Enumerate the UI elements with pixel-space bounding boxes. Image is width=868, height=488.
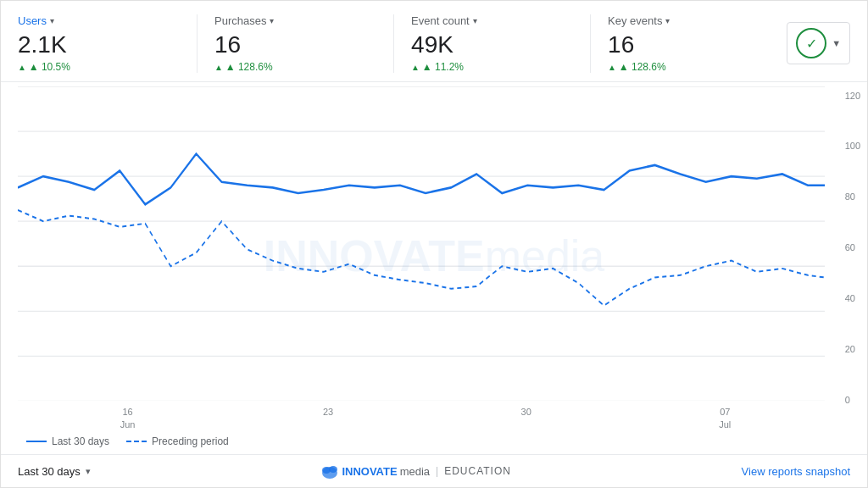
metric-event-count-label-btn[interactable]: Event count ▾ — [411, 14, 573, 27]
date-range-chevron-icon: ▾ — [86, 466, 91, 477]
check-symbol: ✓ — [806, 36, 817, 52]
metric-purchases-value: 16 — [214, 30, 376, 59]
date-range-label: Last 30 days — [18, 465, 81, 478]
y-label-120: 120 — [845, 91, 860, 101]
x-label-jun16: 16 Jun — [120, 406, 136, 430]
y-label-0: 0 — [845, 395, 860, 405]
last-30-days-line — [18, 153, 825, 204]
view-reports-link[interactable]: View reports snapshot — [742, 465, 850, 478]
metric-purchases-label-btn[interactable]: Purchases ▾ — [214, 14, 376, 27]
preceding-period-line — [18, 210, 825, 306]
metric-key-events-label-btn[interactable]: Key events ▾ — [608, 14, 770, 27]
chart-legend: Last 30 days Preceding period — [1, 430, 867, 454]
y-label-80: 80 — [845, 191, 860, 202]
metric-purchases-change: ▲ 128.6% — [214, 61, 376, 73]
view-reports-label: View reports snapshot — [742, 465, 850, 478]
metric-key-events: Key events ▾ 16 ▲ 128.6% — [608, 14, 787, 73]
date-range-button[interactable]: Last 30 days ▾ — [18, 465, 91, 478]
x-month-jun16: Jun — [120, 419, 136, 430]
metric-users: Users ▾ 2.1K ▲ 10.5% — [18, 14, 198, 73]
brand-education-label: EDUCATION — [444, 465, 511, 477]
x-label-jun23: 23 — [323, 406, 333, 430]
legend-solid: Last 30 days — [26, 435, 109, 447]
metric-users-change: ▲ 10.5% — [18, 61, 180, 73]
brand-separator: | — [436, 465, 438, 477]
x-month-jul07: Jul — [719, 419, 731, 430]
chart-container: INNOVATEmedia 120 100 80 60 40 20 0 — [1, 82, 867, 430]
brand-icon — [320, 462, 339, 480]
svg-point-10 — [329, 466, 337, 473]
brand-name-light: media — [400, 465, 430, 478]
y-label-100: 100 — [845, 141, 860, 151]
metric-purchases: Purchases ▾ 16 ▲ 128.6% — [214, 14, 394, 73]
footer-row: Last 30 days ▾ INNOVATE media | EDUCATIO… — [1, 454, 867, 487]
footer-left: Last 30 days ▾ — [18, 465, 91, 478]
compare-section: ✓ ▼ — [787, 22, 850, 64]
x-date-jul07: 07 — [720, 406, 730, 418]
metrics-row: Users ▾ 2.1K ▲ 10.5% Purchases ▾ 16 ▲ 12… — [1, 1, 867, 82]
footer-brand: INNOVATE media | EDUCATION — [320, 462, 511, 480]
legend-solid-line — [26, 441, 47, 442]
x-date-jun23: 23 — [323, 406, 333, 418]
legend-solid-label: Last 30 days — [52, 435, 109, 447]
x-date-jun16: 16 — [122, 406, 132, 418]
compare-chevron-icon: ▼ — [832, 38, 841, 48]
metric-key-events-value: 16 — [608, 30, 770, 59]
metric-event-count-label-text: Event count — [411, 14, 470, 27]
metric-event-count-change: ▲ 11.2% — [411, 61, 573, 73]
compare-button[interactable]: ✓ ▼ — [787, 22, 850, 64]
x-date-jun30: 30 — [521, 406, 531, 418]
line-chart — [18, 86, 825, 401]
y-label-60: 60 — [845, 242, 860, 252]
metric-event-count-value: 49K — [411, 30, 573, 59]
legend-dashed-line — [126, 441, 147, 442]
metric-users-chevron-icon: ▾ — [50, 16, 54, 25]
metric-users-label-text: Users — [18, 14, 47, 27]
metric-event-count-chevron-icon: ▾ — [473, 16, 477, 25]
y-label-20: 20 — [845, 344, 860, 354]
y-axis-labels: 120 100 80 60 40 20 0 — [845, 91, 860, 405]
metric-key-events-chevron-icon: ▾ — [665, 16, 670, 25]
metric-users-value: 2.1K — [18, 30, 180, 59]
x-axis: 16 Jun 23 30 07 Jul — [26, 406, 825, 430]
metric-key-events-label-text: Key events — [608, 14, 662, 27]
brand-logo: INNOVATE media | EDUCATION — [320, 462, 511, 480]
x-label-jun30: 30 — [521, 406, 531, 430]
legend-dashed: Preceding period — [126, 435, 229, 447]
metric-users-label-btn[interactable]: Users ▾ — [18, 14, 180, 27]
brand-name-bold: INNOVATE — [342, 465, 397, 478]
metric-purchases-label-text: Purchases — [214, 14, 266, 27]
metric-key-events-change: ▲ 128.6% — [608, 61, 770, 73]
legend-dashed-label: Preceding period — [152, 435, 229, 447]
main-container: Users ▾ 2.1K ▲ 10.5% Purchases ▾ 16 ▲ 12… — [0, 0, 868, 488]
metric-event-count: Event count ▾ 49K ▲ 11.2% — [411, 14, 591, 73]
x-label-jul07: 07 Jul — [719, 406, 731, 430]
y-label-40: 40 — [845, 293, 860, 303]
compare-check-icon: ✓ — [796, 28, 826, 58]
metric-purchases-chevron-icon: ▾ — [270, 16, 274, 25]
